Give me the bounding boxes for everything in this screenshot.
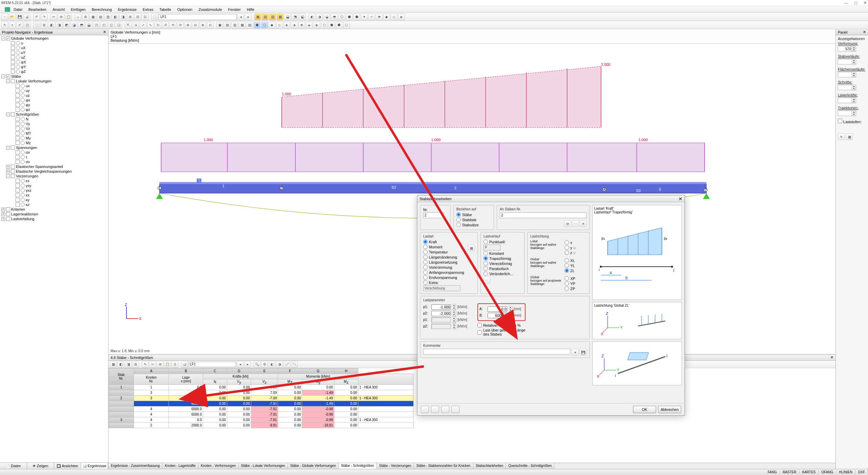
tree-item[interactable]: σv xyxy=(1,159,107,164)
tree-item[interactable]: τ xyxy=(1,155,107,159)
tb2-ah-icon[interactable]: ⬢ xyxy=(254,22,260,28)
window-maximize[interactable]: ▢ xyxy=(854,1,857,5)
nr-input[interactable] xyxy=(423,212,443,218)
anstaben-input[interactable] xyxy=(500,212,587,218)
sheet-tab[interactable]: Ergebnisse - Zusammenfassung xyxy=(108,463,162,469)
tb-j-icon[interactable]: ⊡ xyxy=(142,14,149,20)
dt-btn-13[interactable]: ◐ xyxy=(269,361,275,368)
dt-prev-icon[interactable]: ◂ xyxy=(237,361,243,368)
tree-item[interactable]: uY xyxy=(1,50,107,55)
tb2-at-icon[interactable]: ⭔ xyxy=(343,22,350,28)
nav-tab-daten[interactable]: 📄 Daten xyxy=(0,463,27,469)
anstaben-pick-icon[interactable]: ⯐ xyxy=(564,220,571,227)
tb-open-icon[interactable]: 📂 xyxy=(9,14,16,20)
tb2-e-icon[interactable]: ⬚ xyxy=(33,22,40,28)
rb-ly[interactable]: y u xyxy=(565,245,576,250)
dt-btn-9[interactable]: ⎙ xyxy=(172,361,178,368)
tb2-ag-icon[interactable]: ▧ xyxy=(246,22,253,28)
menu-ansicht[interactable]: Ansicht xyxy=(50,7,67,12)
rp-schnitt-input[interactable] xyxy=(838,85,852,90)
B-input[interactable] xyxy=(488,313,507,318)
tree-item[interactable]: My xyxy=(1,136,107,140)
rb-stabsaetze[interactable]: Stabsätze xyxy=(456,223,491,227)
table-row[interactable]: 22000.00.000.00-9.910.00-18.810.00 xyxy=(109,423,414,428)
tree-item[interactable]: κx xyxy=(1,193,107,197)
tree-item[interactable]: γxz xyxy=(1,188,107,193)
tb-y2-icon[interactable]: ▧ xyxy=(262,14,269,20)
tb2-n-icon[interactable]: ◰ xyxy=(100,22,107,28)
data-table-close-icon[interactable]: ✕ xyxy=(830,355,833,360)
tree-item[interactable]: γxy xyxy=(1,183,107,188)
tb-r12-icon[interactable]: ◇ xyxy=(391,14,397,20)
tb2-q-icon[interactable]: ⇱ xyxy=(125,22,132,28)
rb-kraft[interactable]: Kraft xyxy=(423,240,475,244)
spin-up-icon[interactable]: ▲ xyxy=(852,46,856,49)
tb2-ad-icon[interactable]: ▤ xyxy=(224,22,231,28)
tree-item[interactable]: κy xyxy=(1,197,107,202)
nav-tab-ergebnisse[interactable]: 📊 Ergebnisse xyxy=(81,463,108,469)
ok-button[interactable]: OK xyxy=(633,406,656,413)
anstaben-list-icon[interactable]: ⋯ xyxy=(572,220,579,227)
tb-undo-icon[interactable]: ↶ xyxy=(33,14,40,20)
tb-k-icon[interactable]: ⬚ xyxy=(151,14,158,20)
dt-btn-10[interactable]: 📊 xyxy=(181,361,188,368)
tb2-aq-icon[interactable]: ⬠ xyxy=(321,22,328,28)
tree-item[interactable]: +Elastischer Spannungsanteil xyxy=(1,164,107,169)
tree-item[interactable]: φy xyxy=(1,102,107,107)
dt-next-icon[interactable]: ▸ xyxy=(244,361,251,368)
rb-temperatur[interactable]: Temperatur xyxy=(423,250,468,254)
tree-item[interactable]: u xyxy=(1,41,107,45)
tb-r6-icon[interactable]: ⬢ xyxy=(346,14,353,20)
tree-item[interactable]: -Schnittgrößen xyxy=(1,112,107,117)
rb-trapez[interactable]: Trapezförmig xyxy=(484,256,521,261)
tb-r11-icon[interactable]: ◆ xyxy=(383,14,390,20)
tree-item[interactable]: φY xyxy=(1,64,107,69)
rb-zp[interactable]: ZP xyxy=(565,286,575,291)
sheet-tab[interactable]: Stäbe - Lokale Verformungen xyxy=(239,463,288,469)
dt-loadcase-combo[interactable] xyxy=(189,362,236,367)
tb2-p-icon[interactable]: ◲ xyxy=(115,22,122,28)
dt-btn-3[interactable]: ◨ xyxy=(125,361,132,368)
tb2-t-icon[interactable]: ⤡ xyxy=(147,22,154,28)
p1-input[interactable] xyxy=(431,304,451,310)
tree-item[interactable]: uz xyxy=(1,93,107,98)
tb2-x-icon[interactable]: ⟳ xyxy=(177,22,184,28)
rb-moment[interactable]: Moment xyxy=(423,245,468,249)
rb-yp[interactable]: YP xyxy=(565,281,575,286)
rb-xp[interactable]: XP xyxy=(565,276,575,281)
tb2-ak-icon[interactable]: ◇ xyxy=(276,22,283,28)
sheet-tab[interactable]: Stabschlankheiten xyxy=(473,463,506,469)
dt-btn-15[interactable]: 📈 xyxy=(283,361,290,368)
tb-copy-icon[interactable]: ⧉ xyxy=(58,14,64,20)
rp-laststufen-cb[interactable]: Laststufen: xyxy=(838,120,862,124)
navigator-tree[interactable]: -Globale VerformungenuuXuYuZφXφYφZ-Stäbe… xyxy=(0,35,108,462)
tb2-ab-icon[interactable]: ⊙ xyxy=(207,22,214,28)
menu-tabelle[interactable]: Tabelle xyxy=(157,7,174,12)
navigator-close-icon[interactable]: ✕ xyxy=(103,30,106,34)
tree-item[interactable]: +Lagerreaktionen xyxy=(1,212,107,216)
rp-stab-input[interactable] xyxy=(838,59,852,64)
tb2-aa-icon[interactable]: ⊗ xyxy=(199,22,206,28)
results-table[interactable]: StabNr.ABCDEFGHKnotenNr.Lagex [mm]Kräfte… xyxy=(108,368,414,428)
status-cell[interactable]: RASTER xyxy=(780,470,800,474)
rb-viereck[interactable]: Viereckförmig xyxy=(484,261,521,266)
dt-btn-2[interactable]: ◧ xyxy=(117,361,124,368)
rb-punktuell[interactable]: Punktuell: xyxy=(484,240,521,244)
tb2-k-icon[interactable]: ⬒ xyxy=(78,22,85,28)
dt-btn-1[interactable]: ▦ xyxy=(110,361,117,368)
tree-item[interactable]: -Globale Verformungen xyxy=(1,36,107,41)
menu-extras[interactable]: Extras xyxy=(140,7,156,12)
tb2-al-icon[interactable]: ⬖ xyxy=(283,22,290,28)
tb2-c-icon[interactable]: ✐ xyxy=(16,22,23,28)
table-row[interactable]: 340.00.000.00-7.910.00-0.980.001 - HEA 3… xyxy=(109,417,414,423)
table-row[interactable]: 110.00.000.009.090.000.000.001 - HEA 300 xyxy=(109,385,414,390)
tb2-ap-icon[interactable]: ◈ xyxy=(313,22,320,28)
menu-bearbeiten[interactable]: Bearbeiten xyxy=(26,7,49,12)
tree-item[interactable]: uX xyxy=(1,45,107,50)
tb2-am-icon[interactable]: ⬗ xyxy=(291,22,298,28)
tree-item[interactable]: κz xyxy=(1,202,107,207)
window-minimize[interactable]: — xyxy=(844,1,848,5)
rp-tool-2[interactable]: ▦ xyxy=(846,133,853,140)
p2-input[interactable] xyxy=(431,311,451,316)
nav-tab-zeigen[interactable]: 👁 Zeigen xyxy=(27,463,54,469)
